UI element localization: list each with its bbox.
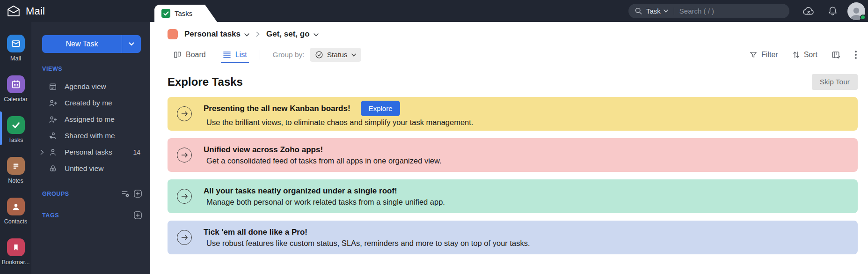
chevron-down-icon (244, 33, 249, 37)
arrow-circle-icon[interactable] (177, 189, 192, 204)
person-arrow-out-icon (48, 98, 58, 108)
add-group-icon[interactable] (133, 189, 142, 198)
rail-label: Notes (8, 178, 23, 184)
sidebar-item-label: Assigned to me (65, 115, 115, 124)
search-scope-dropdown[interactable]: Task (646, 7, 668, 15)
group-by-value: Status (327, 51, 348, 59)
banner-title: Unified view across Zoho apps! (204, 145, 323, 155)
sidebar-item-personal-tasks[interactable]: Personal tasks 14 (31, 144, 150, 160)
banner-single-roof: All your tasks neatly organized under a … (168, 179, 858, 213)
chevron-down-icon (129, 42, 134, 46)
notes-icon (7, 157, 25, 175)
tasks-check-icon (161, 9, 170, 18)
new-task-button[interactable]: New Task (42, 35, 141, 53)
rail-item-tasks[interactable]: Tasks (0, 116, 31, 143)
filter-button[interactable]: Filter (749, 51, 778, 59)
app-title: Mail (26, 5, 45, 17)
filter-funnel-icon (749, 51, 758, 59)
tags-header-row: TAGS (31, 211, 150, 220)
breadcrumb-section-name: Get, set, go (266, 30, 310, 39)
columns-settings-icon[interactable] (832, 51, 841, 59)
rail-item-notes[interactable]: Notes (0, 157, 31, 184)
banner-kanban: Presenting the all new Kanban boards! Ex… (168, 97, 858, 131)
search-input[interactable]: Search ( / ) (679, 7, 714, 15)
zoho-mail-tasks-app: Mail Tasks Task Search ( / ) (0, 0, 868, 274)
rail-item-bookmarks[interactable]: Bookmar... (0, 238, 31, 266)
rail-label: Tasks (8, 137, 23, 143)
rail-label: Contacts (4, 218, 27, 225)
search-divider (674, 7, 674, 15)
tab-list[interactable]: List (223, 51, 247, 59)
breadcrumb-list-dropdown[interactable]: Personal tasks (184, 30, 249, 39)
mail-icon (7, 35, 25, 52)
rail-label: Bookmar... (2, 259, 30, 266)
personal-tasks-count: 14 (133, 148, 140, 156)
views-header-row: VIEWS (31, 66, 150, 72)
sort-arrows-icon (792, 51, 800, 59)
person-icon (48, 148, 58, 157)
calendar-icon (7, 75, 25, 93)
notifications-bell-icon[interactable] (828, 6, 837, 16)
arrow-circle-icon[interactable] (177, 148, 192, 163)
arrow-circle-icon[interactable] (177, 230, 192, 245)
banner-title: Tick 'em all done like a Pro! (204, 228, 307, 237)
skip-tour-button[interactable]: Skip Tour (812, 74, 858, 90)
breadcrumb-section-dropdown[interactable]: Get, set, go (266, 30, 319, 39)
views-header: VIEWS (42, 66, 62, 72)
manage-groups-icon[interactable] (121, 190, 130, 198)
search-icon (635, 7, 642, 15)
add-tag-icon[interactable] (133, 211, 142, 220)
new-task-dropdown[interactable] (122, 35, 141, 53)
chevron-down-icon (664, 9, 668, 13)
banner-subtitle: Use robust features like custom status, … (204, 239, 530, 248)
sidebar-item-created-by-me[interactable]: Created by me (31, 95, 150, 111)
groups-header-row: GROUPS (31, 189, 150, 198)
sort-button[interactable]: Sort (792, 51, 817, 59)
rail-label: Calendar (4, 96, 28, 103)
sidebar-item-label: Created by me (65, 99, 112, 107)
cloud-sync-icon[interactable] (802, 6, 815, 16)
rail-label: Mail (10, 55, 21, 62)
search-scope-value: Task (646, 7, 661, 15)
sidebar-item-assigned-to-me[interactable]: Assigned to me (31, 111, 150, 127)
topbar: Mail Tasks Task Search ( / ) (0, 0, 868, 22)
chevron-right-icon[interactable] (40, 149, 44, 155)
banner-subtitle: Get a consolidated feed of tasks from al… (204, 156, 442, 165)
presence-indicator (860, 15, 866, 20)
rail-item-mail[interactable]: Mail (0, 35, 31, 62)
banner-subtitle: Use the brilliant views, to eliminate ch… (204, 118, 473, 127)
app-logo[interactable]: Mail (7, 0, 45, 22)
list-icon (223, 51, 231, 59)
more-options-kebab-icon[interactable] (855, 51, 857, 59)
breadcrumb: Personal tasks Get, set, go (150, 22, 868, 39)
new-task-label[interactable]: New Task (42, 35, 122, 53)
view-toolbar: Board List Group by: Status Filter (150, 45, 868, 64)
views-list: Agenda view Created by me Assigned to me… (31, 78, 150, 177)
chevron-down-icon (351, 53, 356, 57)
explore-button[interactable]: Explore (361, 101, 401, 116)
sidebar-item-label: Personal tasks (65, 148, 112, 156)
arrow-circle-icon[interactable] (177, 106, 192, 121)
tab-tasks-label: Tasks (175, 9, 192, 17)
agenda-icon (48, 82, 58, 91)
sidebar-item-unified-view[interactable]: Unified view (31, 160, 150, 177)
rail-item-contacts[interactable]: Contacts (0, 198, 31, 225)
sidebar-item-agenda-view[interactable]: Agenda view (31, 78, 150, 95)
contacts-icon (7, 198, 25, 215)
tab-board-label: Board (186, 51, 206, 59)
chevron-right-icon (256, 31, 260, 37)
chevron-down-icon (314, 33, 319, 37)
tab-board[interactable]: Board (173, 51, 206, 59)
group-by-dropdown[interactable]: Status (310, 48, 361, 62)
tasks-sidebar: New Task VIEWS Agenda view Created by me (31, 22, 150, 274)
mail-logo-icon (7, 5, 21, 17)
user-avatar[interactable] (847, 2, 865, 20)
search-bar[interactable]: Task Search ( / ) (628, 4, 789, 18)
topbar-right: Task Search ( / ) (628, 0, 865, 22)
sidebar-item-shared-with-me[interactable]: Shared with me (31, 127, 150, 144)
tab-tasks[interactable]: Tasks (154, 5, 217, 22)
toolbar-divider (260, 50, 260, 59)
rail-item-calendar[interactable]: Calendar (0, 75, 31, 103)
banner-title: Presenting the all new Kanban boards! (204, 104, 350, 113)
status-check-circle-icon (315, 51, 323, 59)
